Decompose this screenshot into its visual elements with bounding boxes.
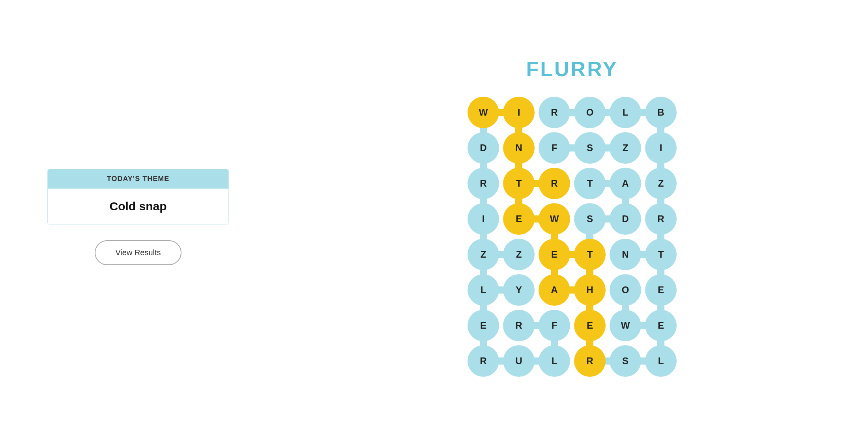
cell-7-1[interactable]: U xyxy=(503,345,535,377)
cell-5-5[interactable]: E xyxy=(645,274,677,306)
cell-1-0[interactable]: D xyxy=(468,132,499,164)
cell-5-4[interactable]: O xyxy=(610,274,641,306)
grid-container: WIROLBDNFSZIRTRTAZIEWSDRZZETNTLYAHOEERFE… xyxy=(468,97,677,377)
cell-5-3[interactable]: H xyxy=(574,274,606,306)
cell-7-2[interactable]: L xyxy=(539,345,570,377)
cell-1-2[interactable]: F xyxy=(539,132,570,164)
cell-4-1[interactable]: Z xyxy=(503,239,535,270)
cell-5-2[interactable]: A xyxy=(539,274,570,306)
cell-2-3[interactable]: T xyxy=(574,168,606,199)
cell-3-0[interactable]: I xyxy=(468,203,499,235)
game-title: FLURRY xyxy=(526,57,618,81)
theme-value: Cold snap xyxy=(109,200,166,213)
cell-5-1[interactable]: Y xyxy=(503,274,535,306)
cell-3-5[interactable]: R xyxy=(645,203,677,235)
cell-4-5[interactable]: T xyxy=(645,239,677,270)
theme-label: TODAY'S THEME xyxy=(48,169,228,189)
cell-0-5[interactable]: B xyxy=(645,97,677,128)
cell-1-4[interactable]: Z xyxy=(610,132,641,164)
cell-3-2[interactable]: W xyxy=(539,203,570,235)
cell-7-5[interactable]: L xyxy=(645,345,677,377)
cell-1-5[interactable]: I xyxy=(645,132,677,164)
cell-6-2[interactable]: F xyxy=(539,310,570,341)
cell-0-3[interactable]: O xyxy=(574,97,606,128)
cell-6-5[interactable]: E xyxy=(645,310,677,341)
cell-2-5[interactable]: Z xyxy=(645,168,677,199)
cell-4-2[interactable]: E xyxy=(539,239,570,270)
cell-1-3[interactable]: S xyxy=(574,132,606,164)
cell-0-1[interactable]: I xyxy=(503,97,535,128)
cell-4-0[interactable]: Z xyxy=(468,239,499,270)
cell-2-0[interactable]: R xyxy=(468,168,499,199)
cell-2-1[interactable]: T xyxy=(503,168,535,199)
cell-6-1[interactable]: R xyxy=(503,310,535,341)
cell-0-0[interactable]: W xyxy=(468,97,499,128)
cell-2-2[interactable]: R xyxy=(539,168,570,199)
cell-7-3[interactable]: R xyxy=(574,345,606,377)
theme-card: TODAY'S THEME Cold snap xyxy=(47,169,229,224)
cell-4-3[interactable]: T xyxy=(574,239,606,270)
left-panel: TODAY'S THEME Cold snap View Results xyxy=(0,137,276,297)
cell-6-0[interactable]: E xyxy=(468,310,499,341)
cell-0-2[interactable]: R xyxy=(539,97,570,128)
right-panel: FLURRY WIROLBDNFSZIRTRTAZIEWSDRZZETNTLYA… xyxy=(276,41,868,393)
cell-4-4[interactable]: N xyxy=(610,239,641,270)
cell-0-4[interactable]: L xyxy=(610,97,641,128)
cell-6-3[interactable]: E xyxy=(574,310,606,341)
cell-3-3[interactable]: S xyxy=(574,203,606,235)
cell-2-4[interactable]: A xyxy=(610,168,641,199)
view-results-button[interactable]: View Results xyxy=(95,240,181,265)
theme-body: Cold snap xyxy=(48,189,228,224)
letter-grid: WIROLBDNFSZIRTRTAZIEWSDRZZETNTLYAHOEERFE… xyxy=(468,97,677,377)
cell-7-0[interactable]: R xyxy=(468,345,499,377)
cell-6-4[interactable]: W xyxy=(610,310,641,341)
cell-5-0[interactable]: L xyxy=(468,274,499,306)
cell-3-4[interactable]: D xyxy=(610,203,641,235)
cell-3-1[interactable]: E xyxy=(503,203,535,235)
cell-1-1[interactable]: N xyxy=(503,132,535,164)
cell-7-4[interactable]: S xyxy=(610,345,641,377)
